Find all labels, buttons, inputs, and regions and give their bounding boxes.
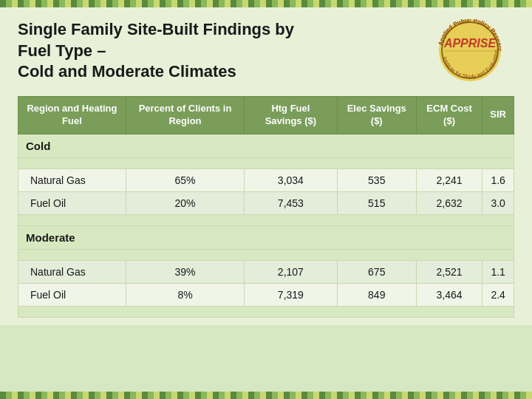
spacer-row bbox=[18, 306, 514, 317]
cell-0-2: 2,107 bbox=[245, 260, 338, 283]
cell-1-3: 515 bbox=[337, 191, 416, 214]
section-label-moderate: Moderate bbox=[18, 225, 514, 249]
col-header-htg: Htg Fuel Savings ($) bbox=[245, 97, 338, 134]
data-table: Region and Heating Fuel Percent of Clien… bbox=[18, 96, 514, 318]
header-row: Single Family Site-Built Findings by Fue… bbox=[18, 19, 514, 86]
spacer-row bbox=[18, 157, 514, 168]
apprise-logo: Applied Public Policy Research Institute… bbox=[426, 19, 514, 86]
cell-1-2: 7,453 bbox=[245, 191, 338, 214]
section-header-moderate: Moderate bbox=[18, 225, 514, 249]
cell-1-5: 3.0 bbox=[482, 191, 514, 214]
page-title: Single Family Site-Built Findings by Fue… bbox=[18, 19, 294, 83]
col-header-elec: Elec Savings ($) bbox=[337, 97, 416, 134]
cell-1-2: 7,319 bbox=[245, 283, 338, 306]
cell-1-1: 20% bbox=[126, 191, 244, 214]
col-header-ecm: ECM Cost ($) bbox=[416, 97, 482, 134]
table-body: ColdNatural Gas65%3,0345352,2411.6Fuel O… bbox=[18, 134, 514, 317]
cell-0-4: 2,521 bbox=[416, 260, 482, 283]
title-line2: Fuel Type – bbox=[18, 41, 106, 60]
cell-0-1: 39% bbox=[126, 260, 244, 283]
table-row: Natural Gas65%3,0345352,2411.6 bbox=[18, 168, 514, 191]
cell-1-5: 2.4 bbox=[482, 283, 514, 306]
section-header-cold: Cold bbox=[18, 134, 514, 157]
cell-0-5: 1.1 bbox=[482, 260, 514, 283]
svg-text:APPRISE: APPRISE bbox=[443, 37, 497, 50]
col-header-sir: SIR bbox=[482, 97, 514, 134]
spacer-row bbox=[18, 249, 514, 260]
cell-1-0: Fuel Oil bbox=[18, 191, 126, 214]
spacer-row bbox=[18, 214, 514, 225]
cell-1-1: 8% bbox=[126, 283, 244, 306]
cell-0-5: 1.6 bbox=[482, 168, 514, 191]
cell-0-0: Natural Gas bbox=[18, 260, 126, 283]
top-border bbox=[0, 0, 532, 7]
cell-1-0: Fuel Oil bbox=[18, 283, 126, 306]
table-row: Fuel Oil20%7,4535152,6323.0 bbox=[18, 191, 514, 214]
cell-0-3: 535 bbox=[337, 168, 416, 191]
cell-1-4: 2,632 bbox=[416, 191, 482, 214]
cell-0-3: 675 bbox=[337, 260, 416, 283]
cell-0-1: 65% bbox=[126, 168, 244, 191]
col-header-percent: Percent of Clients in Region bbox=[126, 97, 244, 134]
cell-1-3: 849 bbox=[337, 283, 416, 306]
cell-0-0: Natural Gas bbox=[18, 168, 126, 191]
title-line1: Single Family Site-Built Findings by bbox=[18, 20, 294, 38]
logo-svg: Applied Public Policy Research Institute… bbox=[426, 19, 514, 86]
col-header-region: Region and Heating Fuel bbox=[18, 97, 126, 134]
table-header-row: Region and Heating Fuel Percent of Clien… bbox=[18, 97, 514, 134]
cell-1-4: 3,464 bbox=[416, 283, 482, 306]
section-label-cold: Cold bbox=[18, 134, 514, 157]
table-row: Fuel Oil8%7,3198493,4642.4 bbox=[18, 283, 514, 306]
bottom-border bbox=[0, 392, 532, 399]
cell-0-2: 3,034 bbox=[245, 168, 338, 191]
table-row: Natural Gas39%2,1076752,5211.1 bbox=[18, 260, 514, 283]
cell-0-4: 2,241 bbox=[416, 168, 482, 191]
main-content: Single Family Site-Built Findings by Fue… bbox=[0, 7, 532, 325]
title-line3: Cold and Moderate Climates bbox=[18, 62, 236, 81]
